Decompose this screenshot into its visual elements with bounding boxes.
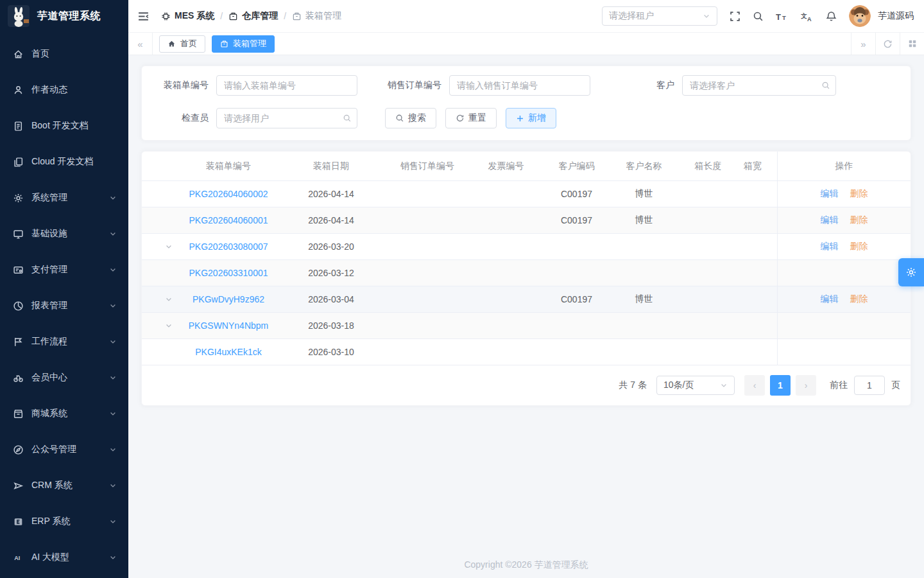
sidebar-item-boot-docs[interactable]: Boot 开发文档 xyxy=(0,108,128,144)
sidebar-item-home[interactable]: 首页 xyxy=(0,36,128,72)
reset-button[interactable]: 重置 xyxy=(445,108,497,128)
packing-code-link[interactable]: PKG202603310001 xyxy=(189,268,268,278)
theme-settings-button[interactable] xyxy=(898,258,924,286)
chevron-down-icon xyxy=(109,446,117,453)
edit-link[interactable]: 编辑 xyxy=(821,293,839,305)
cell-packing-date: 2026-03-04 xyxy=(277,286,386,312)
sidebar-item-erp[interactable]: ERP 系统 xyxy=(0,504,128,539)
delete-link[interactable]: 删除 xyxy=(850,241,868,252)
next-page-button[interactable]: › xyxy=(796,375,816,396)
cell-customer-code: C00197 xyxy=(543,207,610,233)
breadcrumb-item-mes[interactable]: MES 系统 xyxy=(161,10,214,22)
table-row[interactable]: PKG202604060001 2026-04-14 C00197 博世 编辑 … xyxy=(142,207,911,234)
tabs-scroll-left-icon[interactable]: « xyxy=(128,33,153,55)
sidebar-item-label: 作者动态 xyxy=(31,84,117,96)
column-header: 箱宽 xyxy=(739,152,777,180)
delete-link[interactable]: 删除 xyxy=(850,293,868,305)
packing-code-link[interactable]: PKG202604060002 xyxy=(189,189,268,199)
edit-link[interactable]: 编辑 xyxy=(821,241,839,252)
home-icon xyxy=(167,40,176,48)
pie-chart-icon xyxy=(13,301,24,311)
sidebar-item-infra[interactable]: 基础设施 xyxy=(0,216,128,252)
packing-code-link[interactable]: PKGSWNYn4Nbpm xyxy=(189,320,268,331)
cell-customer-code: C00197 xyxy=(543,286,610,312)
user-name[interactable]: 芋道源码 xyxy=(878,10,914,22)
page-size-select[interactable]: 10条/页 xyxy=(656,376,735,395)
column-header: 客户编码 xyxy=(543,152,610,180)
customer-select[interactable] xyxy=(682,75,836,96)
sidebar-item-mall[interactable]: 商城系统 xyxy=(0,396,128,432)
table-row[interactable]: PKG202603310001 2026-03-12 xyxy=(142,260,911,286)
edit-link[interactable]: 编辑 xyxy=(821,215,839,226)
tenant-select[interactable]: 请选择租户 xyxy=(602,6,717,26)
expand-row-icon[interactable] xyxy=(165,243,173,250)
packing-code-link[interactable]: PKG202603080007 xyxy=(189,241,268,252)
add-button-label: 新增 xyxy=(528,112,546,124)
packing-table: 装箱单编号 装箱日期 销售订单编号 发票编号 客户编码 客户名称 箱长度 箱宽 … xyxy=(141,151,911,406)
collapse-sidebar-icon[interactable] xyxy=(137,10,150,22)
refresh-icon[interactable] xyxy=(875,33,900,55)
sidebar-item-system[interactable]: 系统管理 xyxy=(0,180,128,216)
delete-link[interactable]: 删除 xyxy=(850,215,868,226)
prev-page-button[interactable]: ‹ xyxy=(744,375,765,396)
column-header: 装箱单编号 xyxy=(180,152,277,180)
packing-no-input[interactable] xyxy=(216,75,357,96)
fullscreen-icon[interactable] xyxy=(730,11,740,22)
table-row[interactable]: PKGI4uxKEk1ck 2026-03-10 xyxy=(142,339,911,365)
packing-code-link[interactable]: PKGI4uxKEk1ck xyxy=(195,347,262,357)
search-icon xyxy=(395,114,404,123)
layout-grid-icon[interactable] xyxy=(900,33,924,55)
chevron-down-icon xyxy=(109,410,117,417)
breadcrumb-item-packing: 装箱管理 xyxy=(292,10,341,22)
tenant-select-placeholder: 请选择租户 xyxy=(609,10,654,22)
sales-no-input[interactable] xyxy=(449,75,590,96)
font-size-icon[interactable]: TT xyxy=(776,11,789,22)
sidebar-item-workflow[interactable]: 工作流程 xyxy=(0,324,128,360)
search-icon[interactable] xyxy=(753,11,764,22)
sidebar-item-member[interactable]: 会员中心 xyxy=(0,360,128,396)
goto-page-input[interactable] xyxy=(854,376,885,395)
shop-icon xyxy=(13,408,24,419)
table-row[interactable]: PKG202603080007 2026-03-20 编辑 删除 xyxy=(142,234,911,260)
chevron-down-icon xyxy=(720,381,728,389)
sidebar-item-author-feed[interactable]: 作者动态 xyxy=(0,72,128,108)
ai-icon: AI xyxy=(13,552,24,563)
translate-icon[interactable]: 文A xyxy=(801,11,814,22)
chevron-down-icon xyxy=(109,374,117,381)
packing-code-link[interactable]: PKGwDvyH9z962 xyxy=(193,294,264,304)
table-row[interactable]: PKG202604060002 2026-04-14 C00197 博世 编辑 … xyxy=(142,181,911,207)
sidebar-item-payment[interactable]: 支付管理 xyxy=(0,252,128,288)
table-row[interactable]: PKGwDvyH9z962 2026-03-04 C00197 博世 编辑 删除 xyxy=(142,286,911,313)
expand-row-icon[interactable] xyxy=(165,322,173,329)
cell-packing-date: 2026-03-20 xyxy=(277,234,386,259)
page-number-button[interactable]: 1 xyxy=(770,375,791,396)
sidebar-item-cloud-docs[interactable]: Cloud 开发文档 xyxy=(0,144,128,180)
column-header: 箱长度 xyxy=(678,152,739,180)
inspector-select[interactable] xyxy=(216,108,357,128)
plus-icon xyxy=(516,114,524,123)
sidebar-item-label: AI 大模型 xyxy=(31,552,109,563)
tab-packing-management[interactable]: 装箱管理 xyxy=(212,35,275,53)
sidebar-item-crm[interactable]: CRM 系统 xyxy=(0,468,128,504)
notification-bell-icon[interactable] xyxy=(826,11,837,22)
avatar[interactable] xyxy=(849,5,871,27)
sidebar-item-ai[interactable]: AI AI 大模型 xyxy=(0,539,128,575)
svg-text:文: 文 xyxy=(801,12,807,19)
app-logo-row[interactable]: 芋道管理系统 xyxy=(0,0,128,32)
tab-label: 首页 xyxy=(180,38,197,49)
tab-home[interactable]: 首页 xyxy=(159,35,205,53)
tabs-scroll-right-icon[interactable]: » xyxy=(851,33,875,55)
gear-icon xyxy=(13,193,24,204)
edit-link[interactable]: 编辑 xyxy=(821,188,839,200)
packing-code-link[interactable]: PKG202604060001 xyxy=(189,215,268,225)
sidebar-item-label: 支付管理 xyxy=(31,264,109,276)
sidebar-item-report[interactable]: 报表管理 xyxy=(0,288,128,324)
breadcrumb-item-warehouse[interactable]: 仓库管理 xyxy=(228,10,278,22)
sidebar-item-mp[interactable]: 公众号管理 xyxy=(0,432,128,468)
refresh-icon xyxy=(456,114,465,123)
search-button[interactable]: 搜索 xyxy=(385,108,436,128)
table-row[interactable]: PKGSWNYn4Nbpm 2026-03-18 xyxy=(142,313,911,339)
expand-row-icon[interactable] xyxy=(165,295,173,303)
add-button[interactable]: 新增 xyxy=(506,108,556,128)
delete-link[interactable]: 删除 xyxy=(850,188,868,200)
